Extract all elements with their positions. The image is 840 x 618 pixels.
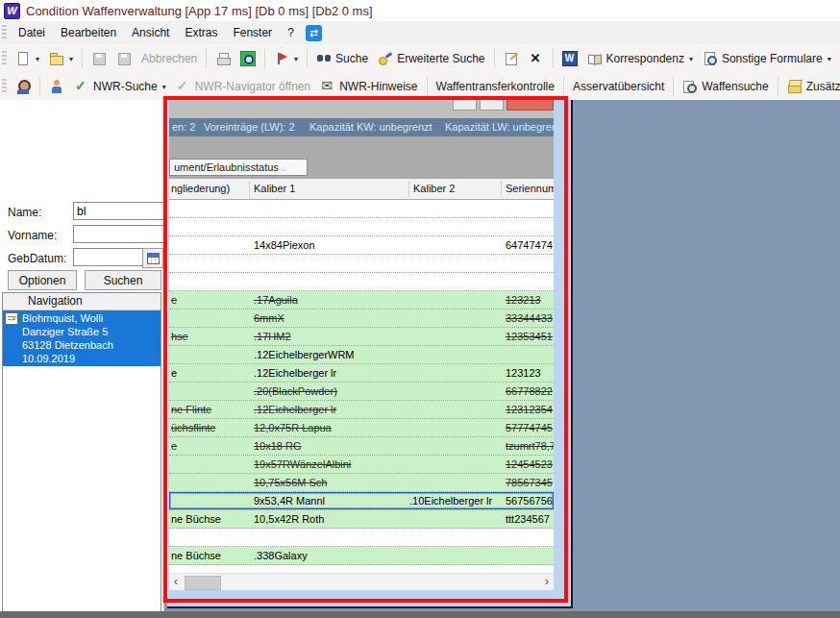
menu-item-ansicht[interactable]: Ansicht bbox=[124, 23, 177, 42]
toolbar-grip[interactable] bbox=[2, 25, 7, 40]
envelope-icon bbox=[320, 79, 335, 94]
application-window: W Condition Waffenverwaltung [App 17 ms]… bbox=[0, 0, 840, 618]
window-title: Condition Waffenverwaltung [App 17 ms] [… bbox=[26, 4, 373, 18]
nwr-suche-button[interactable]: NWR-Suche▾ bbox=[69, 76, 171, 97]
nwr-suche-label: NWR-Suche bbox=[93, 80, 158, 93]
navigation-header: Navigation bbox=[3, 293, 161, 310]
bottom-strip bbox=[0, 611, 840, 618]
separator bbox=[553, 49, 554, 68]
asservat-label: Asservatübersicht bbox=[573, 80, 664, 93]
title-bar: W Condition Waffenverwaltung [App 17 ms]… bbox=[0, 0, 840, 21]
gebdatum-label: GebDatum: bbox=[8, 252, 66, 265]
contact-button[interactable] bbox=[11, 76, 36, 97]
optionen-button[interactable]: Optionen bbox=[8, 270, 77, 290]
open-envelope-icon bbox=[787, 79, 803, 94]
binoculars-icon bbox=[316, 51, 332, 66]
calendar-icon bbox=[147, 253, 160, 264]
sonstige-formulare-button[interactable]: Sonstige Formulare▾ bbox=[698, 48, 836, 69]
separator bbox=[39, 77, 40, 96]
name-input[interactable] bbox=[73, 202, 167, 220]
sonstige-formulare-label: Sonstige Formulare bbox=[722, 52, 823, 65]
new-button[interactable]: ▾ bbox=[11, 48, 44, 69]
korrespondenz-button[interactable]: Korrespondenz▾ bbox=[582, 48, 698, 69]
save-button[interactable] bbox=[86, 48, 111, 69]
remote-support-icon[interactable]: ⇄ bbox=[306, 25, 322, 41]
menu-item-extras[interactable]: Extras bbox=[177, 23, 225, 42]
printer-icon bbox=[215, 51, 231, 66]
vorname-label: Vorname: bbox=[8, 229, 57, 242]
gebdatum-input[interactable] bbox=[73, 248, 144, 266]
advanced-search-label: Erweiterte Suche bbox=[397, 52, 484, 65]
navigation-selected-item[interactable]: Blohmquist, Wolli Danziger Straße 5 6312… bbox=[3, 310, 161, 366]
weapon-search-icon bbox=[682, 79, 698, 94]
advanced-search-button[interactable]: Erweiterte Suche bbox=[373, 48, 489, 69]
nwr-hinweise-button[interactable]: NWR-Hinweise bbox=[315, 76, 422, 97]
cancel-label: Abbrechen bbox=[141, 52, 197, 65]
person-birthdate: 10.09.2019 bbox=[22, 353, 75, 364]
chevron-down-icon: ▾ bbox=[162, 83, 166, 91]
print-preview-icon bbox=[240, 51, 256, 66]
toolbar-grip[interactable] bbox=[2, 51, 7, 66]
nwr-navigator-button[interactable]: NWR-Navigator öffnen bbox=[171, 76, 316, 97]
separator bbox=[494, 49, 495, 68]
delete-button[interactable] bbox=[524, 48, 549, 69]
person-street: Danziger Straße 5 bbox=[22, 326, 108, 337]
search-panel: Name: Vorname: GebDatum: Optionen Suchen… bbox=[0, 100, 164, 611]
print-preview-button[interactable] bbox=[235, 48, 260, 69]
save-all-button[interactable] bbox=[111, 48, 136, 69]
person-icon bbox=[49, 79, 64, 94]
form-search-icon bbox=[703, 51, 718, 66]
save-all-icon bbox=[116, 51, 132, 66]
flag-button[interactable]: ▾ bbox=[269, 48, 303, 69]
menu-item-datei[interactable]: Datei bbox=[11, 23, 53, 42]
chevron-down-icon: ▾ bbox=[36, 55, 39, 63]
vorname-input[interactable] bbox=[73, 225, 167, 243]
properties-button[interactable] bbox=[499, 48, 524, 69]
person-name: Blohmquist, Wolli bbox=[22, 312, 103, 324]
menu-item-hilfe[interactable]: ? bbox=[280, 23, 302, 42]
separator bbox=[307, 49, 308, 68]
person-photo-icon bbox=[15, 79, 31, 94]
properties-icon bbox=[504, 51, 519, 66]
word-button[interactable] bbox=[557, 48, 582, 69]
asservat-button[interactable]: Asservatübersicht bbox=[568, 77, 669, 96]
zusaetze-label: Zusätze bbox=[806, 80, 840, 93]
search-button[interactable]: Suche bbox=[311, 48, 373, 69]
nwr-hinweise-label: NWR-Hinweise bbox=[339, 80, 417, 93]
toolbar-grip[interactable] bbox=[2, 79, 7, 94]
separator bbox=[563, 77, 564, 96]
chevron-down-icon: ▾ bbox=[294, 55, 298, 63]
book-icon bbox=[587, 51, 603, 66]
menu-item-fenster[interactable]: Fenster bbox=[225, 23, 280, 42]
person-button[interactable] bbox=[44, 76, 69, 97]
suchen-button[interactable]: Suchen bbox=[85, 270, 161, 290]
person-city: 63128 Dietzenbach bbox=[22, 339, 113, 351]
name-label: Name: bbox=[8, 206, 41, 219]
chevron-down-icon: ▾ bbox=[828, 55, 831, 63]
korrespondenz-label: Korrespondenz bbox=[606, 52, 684, 65]
key-icon bbox=[378, 51, 393, 66]
check-disabled-icon bbox=[176, 79, 191, 94]
separator bbox=[206, 49, 207, 68]
separator bbox=[82, 49, 83, 68]
waffensuche-label: Waffensuche bbox=[702, 80, 768, 93]
open-button[interactable]: ▾ bbox=[44, 48, 78, 69]
separator bbox=[778, 77, 778, 96]
menu-bar: Datei Bearbeiten Ansicht Extras Fenster … bbox=[0, 21, 840, 45]
print-button[interactable] bbox=[210, 48, 235, 69]
menu-item-bearbeiten[interactable]: Bearbeiten bbox=[53, 23, 124, 42]
waffensuche-button[interactable]: Waffensuche bbox=[678, 76, 773, 97]
record-icon bbox=[5, 312, 18, 325]
chevron-down-icon: ▾ bbox=[689, 55, 693, 63]
zusaetze-button[interactable]: Zusätze▾ bbox=[782, 76, 840, 97]
app-icon: W bbox=[4, 3, 20, 19]
cancel-button[interactable]: Abbrechen bbox=[136, 49, 202, 68]
chevron-down-icon: ▾ bbox=[69, 55, 73, 63]
waffentransfer-button[interactable]: Waffentransferkontrolle bbox=[432, 77, 559, 96]
calendar-button[interactable] bbox=[142, 248, 163, 268]
separator bbox=[427, 77, 428, 96]
search-label: Suche bbox=[335, 52, 368, 65]
navigation-list: Navigation Blohmquist, Wolli Danziger St… bbox=[2, 292, 161, 618]
delete-icon bbox=[529, 51, 544, 66]
capture-region-border bbox=[163, 96, 568, 603]
